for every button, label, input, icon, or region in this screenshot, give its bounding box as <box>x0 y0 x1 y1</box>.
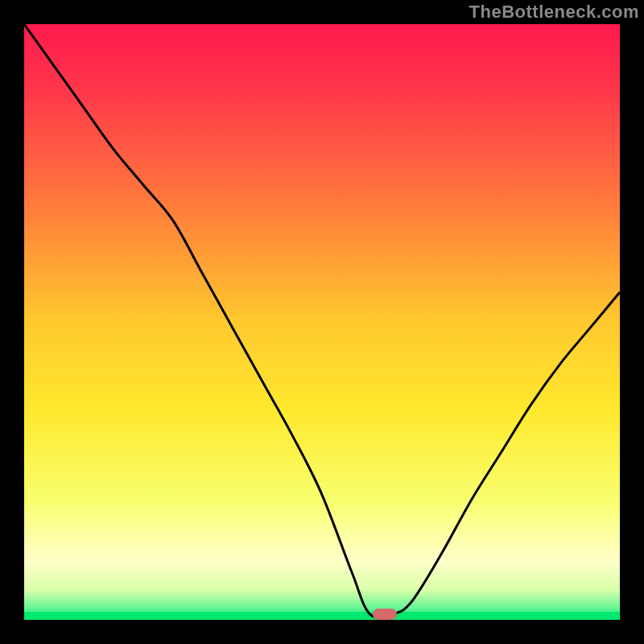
watermark-label: TheBottleneck.com <box>469 2 639 23</box>
plot-area <box>24 24 620 620</box>
chart-root: TheBottleneck.com <box>0 0 644 644</box>
optimum-marker <box>373 609 397 620</box>
bottleneck-curve <box>24 24 620 620</box>
